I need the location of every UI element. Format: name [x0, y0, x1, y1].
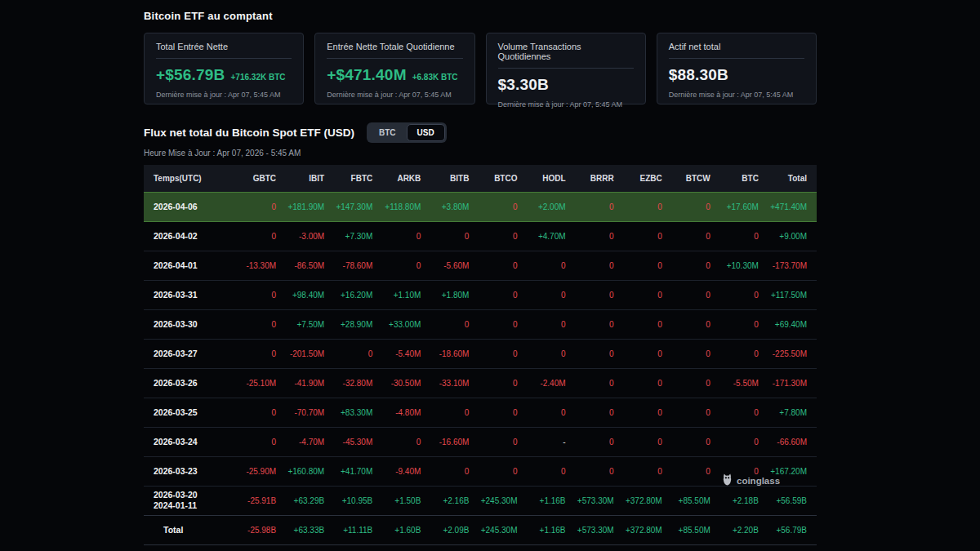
flow-cell: 0 — [576, 339, 624, 368]
table-header-row: Temps(UTC)GBTCIBITFBTCARKBBITBBTCOHODLBR… — [144, 165, 817, 192]
flow-cell: 0 — [720, 456, 768, 486]
flow-cell: +1.50B — [382, 486, 430, 515]
etf-flows-table: Temps(UTC)GBTCIBITFBTCARKBBITBBTCOHODLBR… — [144, 165, 817, 545]
flow-cell: +63.29B — [286, 486, 334, 515]
flow-cell: 0 — [624, 221, 672, 251]
card-divider — [156, 58, 292, 59]
column-header: ARKB — [382, 165, 430, 192]
flow-cell: +56.59B — [768, 486, 817, 515]
card-total-net-inflow: Total Entrée Nette +$56.79B +716.32K BTC… — [144, 33, 304, 104]
flow-cell: 0 — [479, 221, 527, 251]
flow-cell: +2.09B — [430, 515, 479, 544]
flow-cell: 0 — [479, 456, 527, 486]
flow-cell: +1.10M — [382, 280, 430, 309]
column-header: GBTC — [238, 165, 286, 192]
flow-cell: +3.80M — [430, 192, 479, 221]
main-content: Bitcoin ETF au comptant Total Entrée Net… — [144, 0, 817, 545]
column-header: HODL — [527, 165, 575, 192]
row-date: 2026-03-23 — [144, 456, 238, 486]
flow-cell: +573.30M — [576, 486, 624, 515]
flow-cell: 0 — [382, 221, 430, 251]
flow-cell: 0 — [720, 398, 768, 427]
flow-cell: +1.16B — [527, 486, 575, 515]
flow-cell: +1.16B — [527, 515, 575, 544]
table-row: 2026-03-23-25.90M+160.80M+41.70M-9.40M00… — [144, 456, 817, 486]
row-date: 2026-04-01 — [144, 251, 238, 280]
column-header: EZBC — [624, 165, 672, 192]
flow-cell: 0 — [527, 339, 575, 368]
flow-cell: +160.80M — [286, 456, 334, 486]
flow-cell: -2.40M — [527, 368, 575, 398]
card-sub-value: +6.83K BTC — [412, 73, 458, 82]
card-divider — [669, 58, 804, 59]
flow-cell: 0 — [430, 309, 479, 339]
flow-cell: -171.30M — [768, 368, 817, 398]
column-header: BTCO — [479, 165, 527, 192]
toggle-option-btc[interactable]: BTC — [368, 124, 407, 141]
column-header: Total — [768, 165, 817, 192]
flow-cell: -13.30M — [238, 251, 286, 280]
flow-cell: +16.20M — [334, 280, 382, 309]
stat-cards: Total Entrée Nette +$56.79B +716.32K BTC… — [144, 33, 817, 104]
table-row: 2026-03-300+7.50M+28.90M+33.00M0000000+6… — [144, 309, 817, 339]
flow-cell: 0 — [720, 339, 768, 368]
flow-cell: +1.80M — [430, 280, 479, 309]
flow-cell: 0 — [479, 398, 527, 427]
card-title: Total Entrée Nette — [156, 42, 292, 51]
flow-cell: 0 — [672, 192, 720, 221]
flow-cell: - — [527, 427, 575, 456]
flow-cell: +147.30M — [334, 192, 382, 221]
flow-cell: -201.50M — [286, 339, 334, 368]
flow-cell: 0 — [672, 280, 720, 309]
page-title: Bitcoin ETF au comptant — [144, 10, 817, 22]
flow-cell: +98.40M — [286, 280, 334, 309]
flow-cell: 0 — [479, 339, 527, 368]
flow-cell: 0 — [624, 398, 672, 427]
column-header: BRRR — [576, 165, 624, 192]
flow-cell: -5.40M — [382, 339, 430, 368]
flow-cell: -33.10M — [430, 368, 479, 398]
flow-cell: -70.70M — [286, 398, 334, 427]
flow-cell: 0 — [720, 221, 768, 251]
flow-cell: 0 — [382, 251, 430, 280]
card-total-net-assets: Actif net total $88.30B Dernière mise à … — [657, 33, 817, 104]
toggle-option-usd[interactable]: USD — [407, 124, 445, 141]
card-title: Entrée Nette Totale Quotidienne — [327, 42, 462, 51]
row-date: Total — [144, 515, 238, 544]
section-updated: Heure Mise à Jour : Apr 07, 2026 - 5:45 … — [144, 149, 817, 158]
flow-cell: 0 — [576, 192, 624, 221]
table-row: 2026-03-202024-01-11-25.91B+63.29B+10.95… — [144, 486, 817, 515]
flow-cell: 0 — [238, 309, 286, 339]
flow-cell: +10.95B — [334, 486, 382, 515]
card-value: $3.30B — [498, 76, 549, 94]
flow-cell: 0 — [624, 309, 672, 339]
flow-cell: 0 — [527, 309, 575, 339]
flow-cell: +63.33B — [286, 515, 334, 544]
flows-table-body: 2026-04-060+181.90M+147.30M+118.80M+3.80… — [144, 192, 817, 544]
flow-cell: +10.30M — [720, 251, 768, 280]
flow-cell: +118.80M — [382, 192, 430, 221]
card-value: $88.30B — [669, 66, 728, 84]
flow-cell: 0 — [238, 339, 286, 368]
currency-toggle[interactable]: BTCUSD — [367, 122, 447, 143]
table-row: 2026-03-240-4.70M-45.30M0-16.60M0-0000-6… — [144, 427, 817, 456]
card-updated: Dernière mise à jour : Apr 07, 5:45 AM — [156, 91, 292, 99]
row-date: 2026-03-27 — [144, 339, 238, 368]
flow-cell: +41.70M — [334, 456, 382, 486]
flow-cell: +7.80M — [768, 398, 817, 427]
flow-cell: +1.60B — [382, 515, 430, 544]
flow-cell: 0 — [672, 251, 720, 280]
flow-cell: -3.00M — [286, 221, 334, 251]
flow-cell: +372.80M — [624, 515, 672, 544]
flow-cell: 0 — [238, 398, 286, 427]
flow-cell: 0 — [527, 251, 575, 280]
flow-cell: 0 — [576, 398, 624, 427]
flow-cell: +245.30M — [479, 486, 527, 515]
card-sub-value: +716.32K BTC — [231, 73, 286, 82]
flow-cell: +7.50M — [286, 309, 334, 339]
card-title: Volume Transactions Quotidiennes — [498, 42, 634, 61]
flow-cell: 0 — [382, 427, 430, 456]
flow-cell: +85.50M — [672, 515, 720, 544]
column-header: FBTC — [334, 165, 382, 192]
flow-cell: -225.50M — [768, 339, 817, 368]
